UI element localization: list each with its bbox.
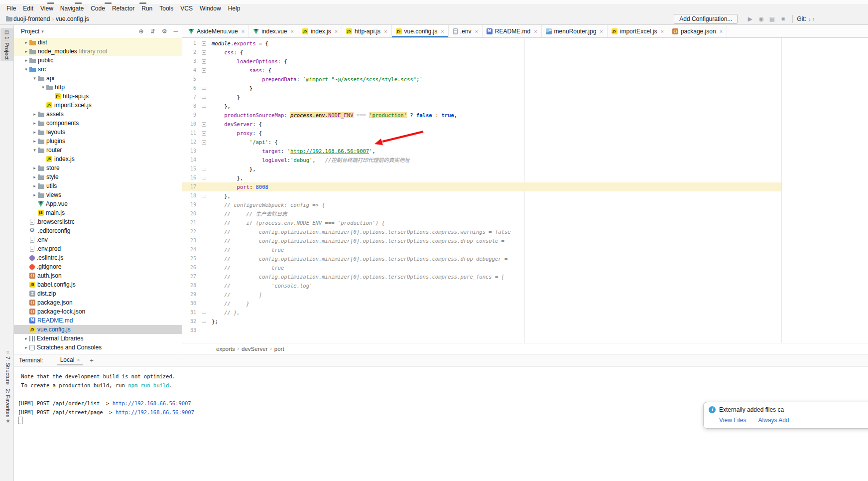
editor-tab[interactable]: package.json× [668, 25, 727, 37]
fold-marker[interactable] [196, 168, 212, 170]
close-icon[interactable]: × [441, 28, 444, 34]
fold-marker[interactable]: − [196, 59, 212, 64]
chevron-right-icon[interactable]: ▸ [31, 165, 38, 170]
tree-item[interactable]: .env.prod [14, 244, 182, 253]
tree-item[interactable]: ▾http [14, 83, 182, 92]
close-icon[interactable]: × [600, 28, 603, 34]
chevron-right-icon[interactable]: ▸ [23, 49, 29, 54]
hide-panel-icon[interactable]: ─ [173, 28, 178, 35]
git-branch-label[interactable]: Git: [797, 15, 806, 22]
breadcrumb-project[interactable]: duoji-frontend [13, 15, 50, 22]
menu-item-tools[interactable]: Tools [156, 5, 177, 12]
new-terminal-icon[interactable]: + [90, 357, 94, 364]
chevron-right-icon[interactable]: ▸ [23, 345, 29, 350]
terminal-link[interactable]: http://192.168.66.56:9007 [116, 409, 194, 415]
breadcrumb-file[interactable]: vue.config.js [56, 15, 89, 22]
tree-item[interactable]: babel.config.js [14, 280, 182, 289]
breadcrumb-item[interactable]: devServer [242, 346, 267, 352]
close-icon[interactable]: × [291, 28, 294, 34]
breadcrumb-item[interactable]: exports [216, 346, 235, 352]
locate-file-icon[interactable]: ⊕ [139, 28, 144, 35]
fold-marker[interactable]: − [196, 122, 212, 127]
chevron-down-icon[interactable]: ▾ [40, 85, 46, 90]
editor-tab[interactable]: index.js× [298, 25, 342, 37]
fold-marker[interactable]: − [196, 68, 212, 73]
editor-tab[interactable]: http-api.js× [342, 25, 391, 37]
close-icon[interactable]: × [660, 28, 663, 34]
chevron-right-icon[interactable]: ▸ [31, 183, 38, 188]
tree-item[interactable]: ▾api [14, 74, 182, 83]
tree-item[interactable]: .gitignore [14, 262, 182, 271]
editor-tab[interactable]: menuRouter.jpg× [542, 25, 608, 37]
editor-tab[interactable]: .env× [449, 25, 483, 37]
tree-item[interactable]: README.md [14, 316, 182, 325]
tree-item[interactable]: package-lock.json [14, 307, 182, 316]
tree-item[interactable]: ▸components [14, 119, 182, 128]
settings-icon[interactable]: ⚙ [162, 28, 167, 35]
tree-item[interactable]: importExcel.js [14, 101, 182, 110]
collapse-all-icon[interactable]: ⇵ [150, 28, 155, 35]
tree-item[interactable]: ▸plugins [14, 137, 182, 146]
chevron-down-icon[interactable]: ▾ [23, 67, 29, 72]
editor-tab[interactable]: vue.config.js× [392, 25, 449, 37]
tree-item[interactable]: ▸dist [14, 38, 182, 47]
chevron-right-icon[interactable]: ▸ [31, 192, 38, 197]
close-icon[interactable]: × [475, 28, 478, 34]
tree-item[interactable]: ▾src [14, 65, 182, 74]
fold-marker[interactable] [196, 312, 212, 314]
fold-marker[interactable]: − [196, 41, 212, 46]
tool-window-button-structure[interactable]: ≡ 7: Structure [1, 348, 14, 387]
fold-marker[interactable]: − [196, 50, 212, 55]
tree-item[interactable]: ▸views [14, 190, 182, 199]
close-icon[interactable]: × [720, 28, 723, 34]
menu-item-code[interactable]: Code [87, 5, 109, 12]
fold-marker[interactable]: − [196, 131, 212, 136]
fold-marker[interactable] [196, 96, 212, 99]
tree-item[interactable]: auth.json [14, 271, 182, 280]
tree-item[interactable]: main.js [14, 208, 182, 217]
tree-item[interactable]: ▸Scratches and Consoles [14, 343, 182, 352]
project-panel-title[interactable]: Project [21, 28, 39, 35]
menu-item-window[interactable]: Window [196, 5, 225, 12]
editor-tab[interactable]: importExcel.js× [608, 25, 668, 37]
tree-item[interactable]: ▸style [14, 172, 182, 181]
editor-tab[interactable]: AsideMenu.vue× [184, 25, 249, 37]
chevron-right-icon[interactable]: ▸ [31, 139, 38, 144]
tree-item[interactable]: .browserslistrc [14, 217, 182, 226]
tree-item[interactable]: index.js [14, 155, 182, 163]
tree-item[interactable]: ▸store [14, 163, 182, 172]
close-icon[interactable]: × [242, 28, 245, 34]
fold-marker[interactable] [196, 195, 212, 197]
close-icon[interactable]: × [384, 28, 387, 34]
close-icon[interactable]: × [77, 357, 80, 363]
breadcrumb-item[interactable]: port [274, 346, 284, 352]
tree-item[interactable]: ▾router [14, 146, 182, 155]
profiler-icon[interactable]: ▤ [766, 15, 777, 22]
fold-marker[interactable] [196, 87, 212, 90]
tree-item[interactable]: ▸utils [14, 181, 182, 190]
notification-action[interactable]: View Files [719, 417, 746, 424]
tree-item[interactable]: ▸node_moduleslibrary root [14, 47, 182, 56]
fold-marker[interactable] [196, 177, 212, 179]
tree-item[interactable]: .editorconfig [14, 226, 182, 235]
tree-item[interactable]: http-api.js [14, 92, 182, 101]
add-configuration-button[interactable]: Add Configuration... [674, 14, 738, 24]
chevron-right-icon[interactable]: ▸ [23, 40, 29, 45]
debug-icon[interactable]: ◉ [755, 15, 766, 22]
editor-tab[interactable]: README.md× [483, 25, 542, 37]
menu-item-navigate[interactable]: Navigate [57, 5, 87, 12]
chevron-right-icon[interactable]: ▸ [31, 112, 38, 117]
tool-window-button-project[interactable]: ▤ 1: Project [0, 28, 13, 61]
chevron-right-icon[interactable]: ▸ [23, 336, 29, 341]
tree-item[interactable]: ▸public [14, 56, 182, 65]
tree-item[interactable]: ▸layouts [14, 128, 182, 137]
menu-item-file[interactable]: File [3, 5, 19, 12]
close-icon[interactable]: × [534, 28, 537, 34]
tree-item[interactable]: .env [14, 235, 182, 244]
chevron-right-icon[interactable]: ▸ [23, 58, 29, 63]
chevron-down-icon[interactable]: ▾ [41, 29, 44, 34]
tree-item[interactable]: ▸assets [14, 110, 182, 119]
code-editor[interactable]: 1−module.exports = {2− css: {3− loaderOp… [182, 38, 868, 343]
fold-marker[interactable] [196, 321, 212, 323]
chevron-right-icon[interactable]: ▸ [31, 130, 38, 135]
